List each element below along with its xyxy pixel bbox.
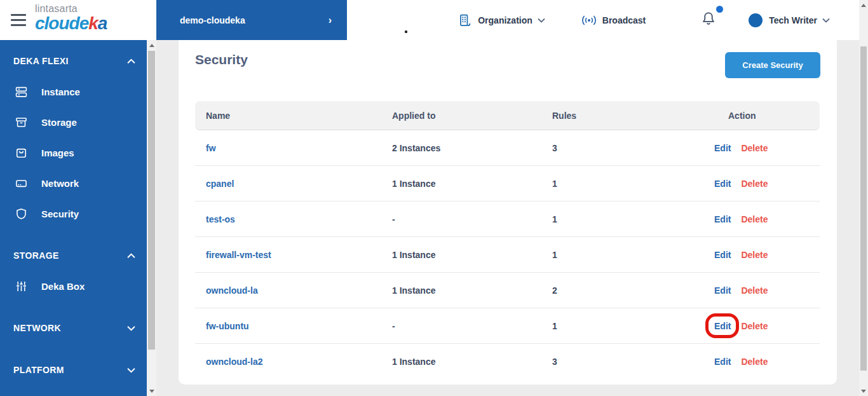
chevron-down-icon — [127, 322, 135, 334]
page-scrollbar[interactable] — [859, 0, 868, 396]
delete-link[interactable]: Delete — [741, 285, 768, 296]
project-name: demo-cloudeka — [180, 15, 329, 25]
user-menu[interactable]: Tech Writer — [749, 13, 830, 27]
table-header-row: Name Applied to Rules Action — [195, 101, 820, 130]
column-header-action: Action — [714, 111, 820, 121]
sidebar-item-label: Security — [41, 208, 79, 219]
building-icon — [458, 13, 472, 27]
applied-to-cell: 1 Instance — [392, 179, 552, 189]
security-name-link[interactable]: cpanel — [195, 179, 392, 189]
sidebar-item-instance[interactable]: Instance — [0, 76, 147, 107]
scroll-up-arrow[interactable] — [859, 0, 868, 10]
sidebar-section-header-storage[interactable]: STORAGE — [0, 240, 147, 271]
edit-link[interactable]: Edit — [714, 285, 731, 296]
actions-cell: EditDelete — [714, 285, 820, 296]
sidebar-section-header-deka-flexi[interactable]: DEKA FLEXI — [0, 46, 147, 76]
rules-cell: 3 — [552, 357, 714, 367]
delete-link[interactable]: Delete — [741, 214, 768, 224]
create-security-button[interactable]: Create Security — [725, 52, 820, 78]
sidebar-section-platform: PLATFORM — [0, 355, 147, 385]
edit-link-highlighted[interactable]: Edit — [714, 321, 731, 331]
edit-link[interactable]: Edit — [714, 143, 731, 153]
sliders-icon — [15, 280, 27, 292]
delete-link[interactable]: Delete — [741, 250, 768, 260]
table-row-fw: fw2 Instances3EditDelete — [195, 130, 820, 166]
user-name: Tech Writer — [769, 15, 817, 25]
sidebar-item-network[interactable]: Network — [0, 168, 147, 198]
sidebar-nav: DEKA FLEXIInstanceStorageImagesNetworkSe… — [0, 40, 147, 396]
table-row-test-os: test-os-1EditDelete — [195, 201, 820, 237]
column-header-rules: Rules — [552, 111, 714, 121]
column-header-name: Name — [195, 111, 392, 121]
sidebar-item-deka-box[interactable]: Deka Box — [0, 271, 147, 301]
scroll-down-arrow[interactable] — [859, 386, 868, 396]
top-bar: lintasarta cloudeka demo-cloudeka › — [0, 0, 868, 40]
sidebar-item-images[interactable]: Images — [0, 137, 147, 168]
organization-menu[interactable]: Organization — [458, 13, 545, 27]
sidebar-item-label: Storage — [41, 117, 77, 128]
chevron-right-icon: › — [329, 15, 332, 26]
table-row-owncloud-la: owncloud-la1 Instance2EditDelete — [195, 273, 820, 308]
organization-label: Organization — [478, 15, 532, 25]
project-selector[interactable]: demo-cloudeka › — [156, 0, 347, 40]
bell-icon — [702, 11, 715, 27]
broadcast-label: Broadcast — [602, 15, 646, 25]
security-card: Security Create Security Name Applied to… — [179, 40, 837, 385]
rules-cell: 1 — [552, 250, 714, 260]
security-name-link[interactable]: owncloud-la — [195, 285, 392, 296]
delete-link[interactable]: Delete — [741, 321, 768, 331]
chevron-down-icon — [822, 18, 830, 23]
delete-link[interactable]: Delete — [741, 143, 768, 153]
applied-to-cell: 2 Instances — [392, 143, 552, 153]
sidebar-section-header-network[interactable]: NETWORK — [0, 313, 147, 343]
column-header-applied-to: Applied to — [392, 111, 552, 121]
table-body: fw2 Instances3EditDeletecpanel1 Instance… — [195, 130, 820, 379]
actions-cell: EditDelete — [714, 250, 820, 260]
security-name-link[interactable]: test-os — [195, 214, 392, 224]
notification-dot — [716, 6, 723, 13]
stray-dot — [405, 31, 407, 33]
rules-cell: 1 — [552, 179, 714, 189]
sidebar-item-security[interactable]: Security — [0, 198, 147, 229]
page-scrollbar-thumb[interactable] — [860, 46, 867, 371]
applied-to-cell: 1 Instance — [392, 285, 552, 296]
hamburger-menu-icon[interactable] — [11, 14, 26, 26]
chevron-up-icon — [127, 55, 135, 67]
server-icon — [15, 86, 27, 98]
notifications-button[interactable] — [702, 11, 715, 29]
edit-link[interactable]: Edit — [714, 214, 731, 224]
sidebar-item-storage[interactable]: Storage — [0, 107, 147, 137]
rules-cell: 1 — [552, 321, 714, 331]
scroll-down-arrow[interactable] — [147, 386, 156, 396]
broadcast-icon — [581, 14, 597, 27]
actions-cell: EditDelete — [714, 357, 820, 367]
broadcast-menu[interactable]: Broadcast — [581, 14, 646, 27]
edit-link[interactable]: Edit — [714, 357, 731, 367]
app-window: lintasarta cloudeka demo-cloudeka › — [0, 0, 868, 396]
security-name-link[interactable]: fw — [195, 143, 392, 153]
chevron-down-icon — [538, 18, 545, 23]
sidebar-scrollbar-thumb[interactable] — [148, 51, 155, 350]
bag-icon — [15, 147, 27, 159]
applied-to-cell: 1 Instance — [392, 250, 552, 260]
sidebar-scrollbar[interactable] — [147, 40, 156, 396]
cloudeka-logo: lintasarta cloudeka — [35, 4, 107, 32]
actions-cell: EditDelete — [714, 321, 820, 331]
security-name-link[interactable]: fw-ubuntu — [195, 321, 392, 331]
delete-link[interactable]: Delete — [741, 357, 768, 367]
security-name-link[interactable]: firewall-vm-test — [195, 250, 392, 260]
section-label: STORAGE — [13, 250, 127, 261]
delete-link[interactable]: Delete — [741, 179, 768, 189]
card-header: Security Create Security — [195, 40, 820, 101]
table-row-fw-ubuntu: fw-ubuntu-1EditDelete — [195, 308, 820, 344]
applied-to-cell: - — [392, 214, 552, 224]
logo-lintasarta-text: lintasarta — [35, 4, 107, 14]
sidebar-section-header-platform[interactable]: PLATFORM — [0, 355, 147, 385]
avatar — [749, 13, 763, 27]
applied-to-cell: 1 Instance — [392, 357, 552, 367]
rules-cell: 1 — [552, 214, 714, 224]
scroll-up-arrow[interactable] — [147, 40, 156, 50]
edit-link[interactable]: Edit — [714, 250, 731, 260]
security-name-link[interactable]: owncloud-la2 — [195, 357, 392, 367]
edit-link[interactable]: Edit — [714, 179, 731, 189]
